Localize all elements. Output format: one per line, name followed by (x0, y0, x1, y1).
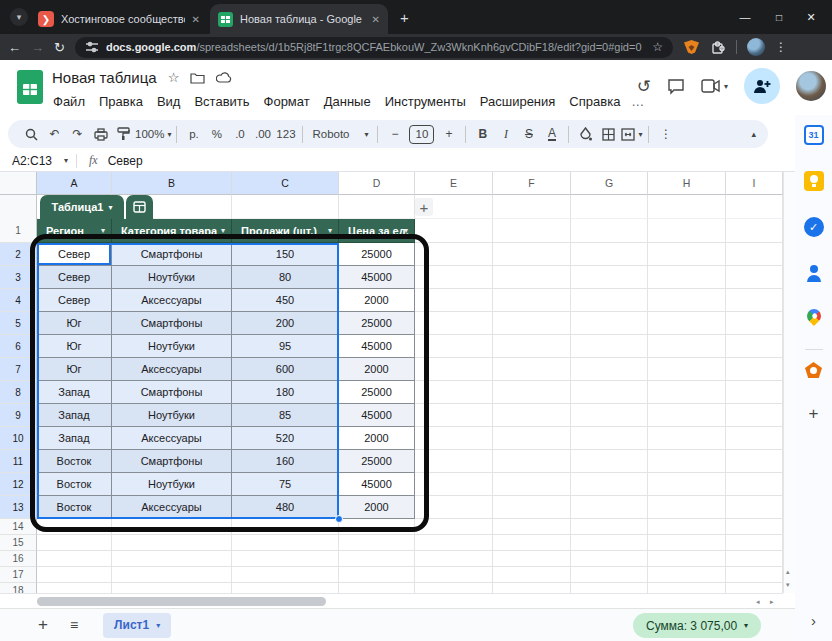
row-header-band[interactable] (0, 195, 37, 219)
add-sheet-button[interactable]: + (38, 615, 48, 635)
cell-C11[interactable]: 160 (232, 450, 339, 473)
row-header-5[interactable]: 5 (0, 312, 37, 335)
cell-A6[interactable]: Юг (37, 335, 112, 358)
cell-C10[interactable]: 520 (232, 427, 339, 450)
name-box-dropdown-icon[interactable]: ▾ (64, 156, 68, 165)
cell-C7[interactable]: 600 (232, 358, 339, 381)
column-header-E[interactable]: E (415, 172, 493, 195)
name-box[interactable]: A2:C13 (0, 154, 62, 168)
cell-D10[interactable]: 2000 (339, 427, 415, 450)
browser-tab-2-active[interactable]: Новая таблица - Google Табли ✕ (210, 4, 388, 34)
forward-button[interactable]: → (31, 40, 44, 55)
cell-I5[interactable] (726, 312, 783, 335)
cell-G10[interactable] (571, 427, 648, 450)
table-header-cell-A1[interactable]: Регион▾ (37, 219, 112, 243)
cell-A2[interactable]: Север (37, 243, 112, 266)
cell-H16[interactable] (648, 551, 726, 567)
cell-G3[interactable] (571, 266, 648, 289)
version-history-icon[interactable]: ↺ (637, 76, 651, 97)
cell-F7[interactable] (493, 358, 571, 381)
cell-D8[interactable]: 25000 (339, 381, 415, 404)
add-column-button[interactable]: + (415, 198, 433, 216)
cell-I1[interactable] (726, 219, 783, 243)
cell-E17[interactable] (415, 567, 493, 583)
column-header-G[interactable]: G (571, 172, 648, 195)
cell-C13[interactable]: 480 (232, 496, 339, 519)
cell-F12[interactable] (493, 473, 571, 496)
cell-C4[interactable]: 450 (232, 289, 339, 312)
cell-D12[interactable]: 45000 (339, 473, 415, 496)
cell-I6[interactable] (726, 335, 783, 358)
reload-button[interactable]: ↻ (54, 40, 65, 55)
sheet-tab-list1[interactable]: Лист1 ▾ (103, 613, 171, 638)
row-header-2[interactable]: 2 (0, 243, 37, 266)
metamask-extension-icon[interactable] (683, 39, 700, 55)
cell-A9[interactable]: Запад (37, 404, 112, 427)
cell-I12[interactable] (726, 473, 783, 496)
scroll-left-icon[interactable]: ◂ (756, 598, 760, 606)
cell-G12[interactable] (571, 473, 648, 496)
bold-button[interactable]: B (471, 122, 494, 146)
cell-G8[interactable] (571, 381, 648, 404)
cell-G15[interactable] (571, 535, 648, 551)
cell-E4[interactable] (415, 289, 493, 312)
column-header-H[interactable]: H (648, 172, 726, 195)
column-header-A[interactable]: A (37, 172, 112, 195)
sum-summary-pill[interactable]: Сумма: 3 075,00 ▾ (633, 613, 761, 638)
fill-color-button[interactable] (574, 122, 597, 146)
cell-F1[interactable] (493, 219, 571, 243)
cell-H2[interactable] (648, 243, 726, 266)
cell-D2[interactable]: 25000 (339, 243, 415, 266)
column-header-I[interactable]: I (726, 172, 783, 195)
scroll-down-icon[interactable]: ▾ (786, 581, 790, 589)
cell-I11[interactable] (726, 450, 783, 473)
cell-I8[interactable] (726, 381, 783, 404)
menu-edit[interactable]: Правка (92, 92, 150, 111)
cell-H3[interactable] (648, 266, 726, 289)
hide-menus-icon[interactable]: ▴ (751, 129, 756, 139)
cell-E9[interactable] (415, 404, 493, 427)
cell-I2[interactable] (726, 243, 783, 266)
cell-B15[interactable] (112, 535, 232, 551)
cell-H[interactable] (648, 195, 726, 219)
undo-button[interactable]: ↶ (43, 122, 66, 146)
cell-F14[interactable] (493, 519, 571, 535)
column-header-F[interactable]: F (493, 172, 571, 195)
horizontal-scrollbar[interactable]: ◂ ▸ (0, 593, 783, 608)
comments-icon[interactable] (667, 78, 685, 95)
cell-G13[interactable] (571, 496, 648, 519)
cell-G2[interactable] (571, 243, 648, 266)
account-avatar[interactable] (796, 71, 826, 101)
cell-G1[interactable] (571, 219, 648, 243)
cell-D14[interactable] (339, 519, 415, 535)
cell-E13[interactable] (415, 496, 493, 519)
cell-D4[interactable]: 2000 (339, 289, 415, 312)
format-percent-button[interactable]: % (205, 122, 228, 146)
row-header-4[interactable]: 4 (0, 289, 37, 312)
cell-E3[interactable] (415, 266, 493, 289)
format-currency-button[interactable]: р. (182, 122, 205, 146)
cell-D16[interactable] (339, 551, 415, 567)
menu-tools[interactable]: Инструменты (378, 92, 473, 111)
cell-D11[interactable]: 25000 (339, 450, 415, 473)
selection-fill-handle[interactable] (335, 515, 343, 523)
cell-A13[interactable]: Восток (37, 496, 112, 519)
decrease-font-size-button[interactable]: − (383, 122, 406, 146)
cell-A14[interactable] (37, 519, 112, 535)
cell-B9[interactable]: Ноутбуки (112, 404, 232, 427)
scroll-right-icon[interactable]: ▸ (770, 598, 774, 606)
cell-E16[interactable] (415, 551, 493, 567)
cell-F5[interactable] (493, 312, 571, 335)
cell-E12[interactable] (415, 473, 493, 496)
print-button[interactable] (89, 122, 112, 146)
cell-E7[interactable] (415, 358, 493, 381)
cell-G17[interactable] (571, 567, 648, 583)
cell-H1[interactable] (648, 219, 726, 243)
cell-E11[interactable] (415, 450, 493, 473)
cell-B3[interactable]: Ноутбуки (112, 266, 232, 289)
vertical-scrollbar[interactable]: ▴ ▾ (783, 172, 795, 593)
tab-close-icon[interactable]: ✕ (192, 14, 200, 25)
cell-H14[interactable] (648, 519, 726, 535)
cell-D6[interactable]: 45000 (339, 335, 415, 358)
cell-B11[interactable]: Смартфоны (112, 450, 232, 473)
